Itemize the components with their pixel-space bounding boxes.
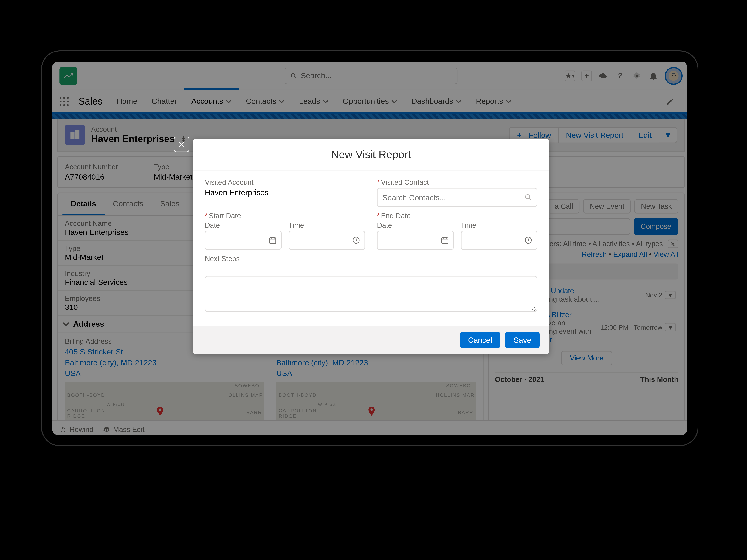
modal-close-button[interactable] bbox=[174, 137, 189, 152]
svg-point-19 bbox=[525, 194, 530, 198]
calendar-icon bbox=[268, 236, 277, 244]
modal-title: New Visit Report bbox=[193, 139, 549, 171]
next-steps-textarea[interactable] bbox=[205, 276, 537, 312]
visited-contact-field: *Visited Contact bbox=[377, 178, 537, 207]
calendar-icon bbox=[440, 236, 449, 244]
start-date-group: *Start Date Date T bbox=[205, 212, 365, 250]
search-icon bbox=[524, 193, 533, 202]
new-visit-report-modal: New Visit Report Visited Account Haven E… bbox=[193, 139, 549, 354]
end-date-group: *End Date Date Tim bbox=[377, 212, 537, 250]
visited-account-field: Visited Account Haven Enterprises bbox=[205, 178, 365, 207]
next-steps-label: Next Steps bbox=[205, 255, 537, 263]
svg-rect-26 bbox=[441, 238, 448, 243]
save-button[interactable]: Save bbox=[505, 332, 540, 348]
visited-contact-input[interactable] bbox=[377, 188, 537, 207]
clock-icon bbox=[524, 236, 533, 244]
svg-line-20 bbox=[529, 198, 531, 200]
clock-icon bbox=[352, 236, 360, 244]
close-icon bbox=[177, 140, 186, 149]
svg-rect-21 bbox=[269, 238, 276, 243]
cancel-button[interactable]: Cancel bbox=[460, 332, 500, 348]
